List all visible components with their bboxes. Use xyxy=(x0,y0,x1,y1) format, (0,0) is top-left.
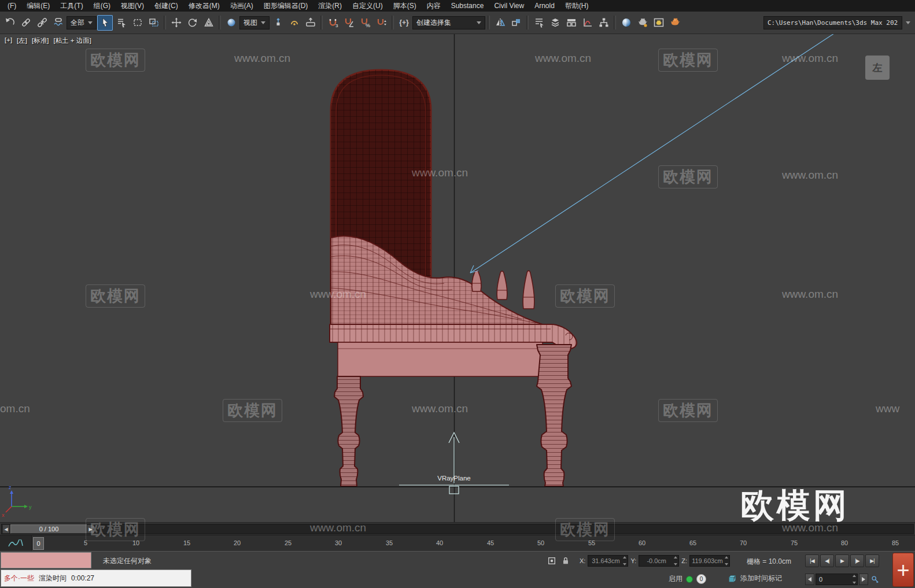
edit-named-selection-icon[interactable]: {+} xyxy=(396,15,412,31)
menu-edit[interactable]: 编辑(E) xyxy=(21,0,55,12)
selection-filter-dropdown[interactable]: 全部 xyxy=(67,16,97,29)
go-to-start-button[interactable]: |◀ xyxy=(805,554,819,567)
spinner[interactable] xyxy=(623,556,627,565)
frame-field-group: 0 xyxy=(805,574,881,585)
grid-size-label: 栅格 = 10.0cm xyxy=(747,557,791,567)
select-and-place-icon[interactable] xyxy=(223,15,239,31)
key-filter-icon[interactable] xyxy=(869,574,881,585)
next-key-button[interactable]: |▶ xyxy=(850,554,864,567)
rendered-frame-window-icon[interactable] xyxy=(651,15,666,31)
menu-civil-view[interactable]: Civil View xyxy=(489,0,529,12)
project-folder-field[interactable]: C:\Users\Han\Documents\3ds Max 2022 xyxy=(763,16,902,29)
menu-scripting[interactable]: 脚本(S) xyxy=(388,0,422,12)
current-frame-marker[interactable]: 0 xyxy=(33,537,44,550)
spinner[interactable] xyxy=(853,575,857,584)
render-time-value: 0:00:27 xyxy=(71,574,94,582)
project-folder-dropdown-button[interactable] xyxy=(903,15,913,31)
frame-tick: 50 xyxy=(537,539,544,546)
menu-create[interactable]: 创建(C) xyxy=(149,0,183,12)
viewport-general-menu[interactable]: [+] xyxy=(5,36,12,45)
isolate-selection-icon[interactable] xyxy=(546,555,558,567)
move-tool-icon[interactable] xyxy=(168,15,184,31)
mini-curve-editor-button[interactable] xyxy=(0,535,32,552)
menu-help[interactable]: 帮助(H) xyxy=(560,0,594,12)
named-selection-sets-dropdown[interactable]: 创建选择集 xyxy=(412,16,485,29)
menu-graph-editors[interactable]: 图形编辑器(D) xyxy=(259,0,313,12)
enable-status-dot[interactable] xyxy=(686,576,693,583)
select-object-button[interactable] xyxy=(97,15,113,31)
material-editor-icon[interactable] xyxy=(618,15,634,31)
viewport-shading-label[interactable]: [粘土 + 边面] xyxy=(53,36,91,45)
go-to-end-button[interactable]: ▶| xyxy=(865,554,879,567)
menu-modifiers[interactable]: 修改器(M) xyxy=(183,0,225,12)
add-time-tag-label[interactable]: 添加时间标记 xyxy=(740,574,782,583)
menu-substance[interactable]: Substance xyxy=(446,0,489,12)
time-slider-thumb[interactable]: 0 / 100 xyxy=(10,524,87,534)
unlink-icon[interactable] xyxy=(34,15,50,31)
viewport-canvas[interactable]: VRayPlane y z x xyxy=(0,34,915,522)
toolbar-separator xyxy=(219,16,221,29)
keyboard-override-icon[interactable] xyxy=(302,15,318,31)
undo-icon[interactable] xyxy=(2,15,17,31)
viewport-left[interactable]: VRayPlane y z x [+] [左] [标准] [粘土 + 边面] 左 xyxy=(0,34,915,522)
align-tool-icon[interactable] xyxy=(508,15,524,31)
macro-recorder-line[interactable] xyxy=(1,552,91,568)
enable-label[interactable]: 启用 xyxy=(669,574,682,584)
menu-views[interactable]: 视图(V) xyxy=(116,0,149,12)
schematic-view-icon[interactable] xyxy=(596,15,611,31)
menu-content[interactable]: 内容 xyxy=(422,0,446,12)
menu-group[interactable]: 组(G) xyxy=(88,0,116,12)
menu-customize[interactable]: 自定义(U) xyxy=(347,0,388,12)
select-and-manipulate-icon[interactable] xyxy=(286,15,302,31)
enable-count-badge[interactable]: 0 xyxy=(696,574,706,584)
menu-file[interactable]: (F) xyxy=(2,0,21,12)
angle-snap-icon[interactable] xyxy=(341,15,357,31)
reference-coordinate-dropdown[interactable]: 视图 xyxy=(239,16,270,29)
spinner[interactable] xyxy=(725,556,729,565)
menu-animation[interactable]: 动画(A) xyxy=(225,0,259,12)
select-and-link-icon[interactable] xyxy=(18,15,34,31)
previous-frame-button[interactable]: ◀ xyxy=(2,524,10,534)
menu-arnold[interactable]: Arnold xyxy=(529,0,560,12)
ribbon-toggle-icon[interactable] xyxy=(563,15,579,31)
use-pivot-center-icon[interactable] xyxy=(270,15,286,31)
window-crossing-toggle-icon[interactable] xyxy=(146,15,161,31)
svg-text:3: 3 xyxy=(335,23,338,28)
z-coordinate-field[interactable]: 119.603cm xyxy=(689,555,730,567)
time-slider[interactable]: ◀ 0 / 100 ▶ xyxy=(0,522,915,535)
spinner[interactable] xyxy=(674,556,678,565)
current-frame-field[interactable]: 0 xyxy=(816,574,858,585)
scale-tool-icon[interactable] xyxy=(201,15,216,31)
frame-back-button[interactable] xyxy=(805,574,814,585)
frame-forward-button[interactable] xyxy=(859,574,868,585)
render-setup-icon[interactable] xyxy=(634,15,650,31)
curve-editor-icon[interactable] xyxy=(580,15,595,31)
rotate-tool-icon[interactable] xyxy=(185,15,200,31)
scene-explorer-icon[interactable] xyxy=(531,15,547,31)
rectangular-selection-region-icon[interactable] xyxy=(130,15,145,31)
menu-tools[interactable]: 工具(T) xyxy=(55,0,88,12)
y-coordinate-field[interactable]: -0.0cm xyxy=(639,555,679,567)
viewport-type-label[interactable]: [标准] xyxy=(32,36,49,45)
percent-snap-icon[interactable]: % xyxy=(357,15,373,31)
snap-toggle-3d-icon[interactable]: 3 xyxy=(325,15,341,31)
time-slider-track[interactable]: ◀ 0 / 100 ▶ xyxy=(1,524,914,534)
max-plus-button[interactable]: + xyxy=(892,553,914,587)
spinner-snap-icon[interactable] xyxy=(374,15,389,31)
bind-to-spacewarp-icon[interactable] xyxy=(50,15,66,31)
mirror-tool-icon[interactable] xyxy=(492,15,508,31)
selection-lock-icon[interactable] xyxy=(560,555,571,567)
viewport-pov-label[interactable]: [左] xyxy=(17,36,27,45)
select-by-name-icon[interactable] xyxy=(113,15,129,31)
render-production-icon[interactable] xyxy=(667,15,682,31)
track-bar[interactable]: 0 5 10 15 20 25 30 35 40 45 50 55 60 65 … xyxy=(0,535,915,552)
viewcube[interactable]: 左 xyxy=(865,56,890,80)
layer-explorer-icon[interactable] xyxy=(547,15,563,31)
previous-key-button[interactable]: ◀| xyxy=(820,554,834,567)
x-coordinate-field[interactable]: 31.643cm xyxy=(588,555,628,567)
menu-rendering[interactable]: 渲染(R) xyxy=(313,0,347,12)
status-bar: 多个·一些 渲染时间 0:00:27 未选定任何对象 X: 31.643cm Y… xyxy=(0,551,915,588)
next-frame-button[interactable]: ▶ xyxy=(87,524,94,534)
maxscript-mini-listener[interactable]: 多个·一些 渲染时间 0:00:27 xyxy=(1,569,191,587)
play-button[interactable]: ▶ xyxy=(835,554,849,567)
